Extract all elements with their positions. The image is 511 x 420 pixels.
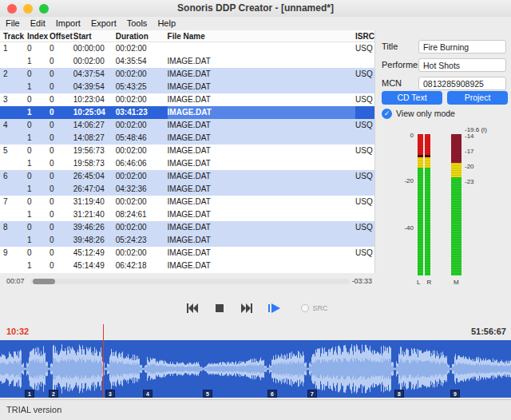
column-header-index[interactable]: Index (27, 30, 50, 42)
cell-start: 45:12:49 (73, 247, 116, 260)
mcn-field[interactable] (418, 77, 506, 90)
track-marker[interactable]: 2 (49, 390, 58, 398)
cell-start: 14:08:27 (73, 132, 116, 145)
table-row[interactable]: 1004:39:5405:43:25IMAGE.DAT (0, 81, 374, 93)
table-row[interactable]: 80039:46:2600:02:00IMAGE.DATUSQ (0, 221, 374, 234)
menu-tools[interactable]: Tools (127, 17, 148, 30)
column-header-track[interactable]: Track (0, 30, 27, 42)
src-toggle[interactable]: SRC (301, 304, 327, 312)
track-marker[interactable]: 1 (25, 390, 34, 398)
cell-offset: 0 (50, 157, 73, 170)
table-row[interactable]: 1045:14:4906:42:18IMAGE.DAT (0, 260, 374, 272)
cell-offset: 0 (50, 68, 73, 81)
lr-scale: 0-20-40 (391, 125, 414, 284)
table-row[interactable]: 1000:02:0004:35:54IMAGE.DAT (0, 55, 374, 68)
track-marker[interactable]: 9 (450, 390, 460, 398)
table-row[interactable]: 60026:45:0400:02:00IMAGE.DATUSQ (0, 170, 374, 183)
performer-field[interactable] (418, 58, 506, 72)
cell-index: 0 (27, 42, 50, 55)
table-row[interactable]: 1026:47:0404:32:36IMAGE.DAT (0, 183, 374, 196)
cell-file: IMAGE.DAT (168, 93, 356, 106)
playhead[interactable] (103, 324, 104, 398)
scrollbar-handle[interactable] (33, 279, 55, 284)
meter-scale-label: -40 (391, 225, 414, 232)
table-row[interactable]: 10000:00:0000:02:00USQ (0, 42, 374, 55)
horizontal-scrollbar[interactable] (30, 279, 350, 284)
column-header-isrc[interactable]: ISRC (355, 30, 374, 42)
total-duration: 51:56:67 (471, 327, 506, 336)
close-button[interactable] (7, 4, 17, 14)
table-row[interactable]: 70031:19:4000:02:00IMAGE.DATUSQ (0, 196, 374, 208)
skip-forward-button[interactable] (237, 299, 256, 317)
play-button[interactable] (264, 299, 283, 317)
menu-file[interactable]: File (6, 17, 20, 30)
stop-button[interactable] (210, 299, 229, 317)
menu-edit[interactable]: Edit (30, 17, 46, 30)
cell-index: 1 (27, 234, 50, 247)
column-header-start[interactable]: Start (73, 30, 116, 42)
track-marker[interactable]: 7 (307, 390, 317, 398)
cell-track (0, 157, 27, 170)
cell-index: 0 (27, 68, 50, 81)
cell-duration: 04:35:54 (116, 55, 168, 68)
cell-file: IMAGE.DAT (168, 81, 356, 93)
cell-index: 1 (27, 260, 50, 272)
window-controls (7, 4, 49, 14)
track-marker[interactable]: 4 (143, 390, 153, 398)
cell-file: IMAGE.DAT (168, 196, 356, 208)
waveform[interactable] (0, 340, 511, 398)
skip-back-button[interactable] (183, 299, 202, 317)
cell-start: 14:06:27 (73, 119, 116, 132)
minimize-button[interactable] (23, 4, 33, 14)
table-row[interactable]: 1010:25:0403:41:23IMAGE.DAT (0, 106, 374, 119)
table-row[interactable]: 20004:37:5400:02:00IMAGE.DATUSQ (0, 68, 374, 81)
cell-file: IMAGE.DAT (168, 247, 356, 260)
track-marker[interactable]: 3 (105, 390, 115, 398)
zoom-button[interactable] (39, 4, 49, 14)
column-header-file[interactable]: File Name (168, 30, 356, 42)
cell-start: 04:39:54 (73, 81, 116, 93)
table-row[interactable]: 1019:58:7306:46:06IMAGE.DAT (0, 157, 374, 170)
cell-file: IMAGE.DAT (168, 132, 356, 145)
menubar: FileEditImportExportToolsHelp (0, 17, 511, 30)
table-row[interactable]: 50019:56:7300:02:00IMAGE.DATUSQ (0, 145, 374, 157)
cell-isrc: USQ (355, 247, 374, 260)
meter-scale-label: -14 (465, 133, 474, 140)
track-marker[interactable]: 8 (394, 390, 404, 398)
column-header-duration[interactable]: Duration (116, 30, 168, 42)
menu-import[interactable]: Import (56, 17, 81, 30)
trial-version-text: TRIAL version (6, 405, 61, 414)
table-row[interactable]: 30010:23:0400:02:00IMAGE.DATUSQ (0, 93, 374, 106)
cell-isrc: USQ (355, 42, 374, 55)
level-meters: -19.6 (I) 0-20-40 -14-17-20-23 L R M (377, 125, 511, 296)
view-only-checkbox-row[interactable]: View only mode (382, 108, 455, 119)
menu-export[interactable]: Export (91, 17, 117, 30)
cell-index: 1 (27, 208, 50, 221)
project-button[interactable]: Project (447, 91, 508, 105)
right-panel: Title Performer MCN CD Text Project View… (377, 30, 511, 324)
meter-scale-label: -20 (391, 178, 414, 184)
table-row[interactable]: 1014:08:2705:48:46IMAGE.DAT (0, 132, 374, 145)
cell-track (0, 106, 27, 119)
cell-start: 26:45:04 (73, 170, 116, 183)
track-marker[interactable]: 5 (203, 390, 212, 398)
cell-duration: 00:02:00 (116, 119, 168, 132)
cell-index: 1 (27, 183, 50, 196)
cell-offset: 0 (50, 170, 73, 183)
table-row[interactable]: 40014:06:2700:02:00IMAGE.DATUSQ (0, 119, 374, 132)
m-scale: -14-17-20-23 (465, 125, 484, 284)
track-marker[interactable]: 6 (267, 390, 277, 398)
play-icon (267, 303, 281, 314)
column-header-offset[interactable]: Offset (50, 30, 73, 42)
cell-start: 19:58:73 (73, 157, 116, 170)
cell-start: 26:47:04 (73, 183, 116, 196)
cell-file: IMAGE.DAT (168, 234, 356, 247)
menu-help[interactable]: Help (157, 17, 176, 30)
title-field[interactable] (418, 40, 506, 53)
table-row[interactable]: 1031:21:4008:24:61IMAGE.DAT (0, 208, 374, 221)
table-row[interactable]: 1039:48:2605:24:23IMAGE.DAT (0, 234, 374, 247)
cell-offset: 0 (50, 81, 73, 93)
table-row[interactable]: 90045:12:4900:02:00IMAGE.DATUSQ (0, 247, 374, 260)
cd-text-button[interactable]: CD Text (382, 91, 442, 105)
table-scroll-row: 00:07 -03:33 (0, 276, 375, 287)
